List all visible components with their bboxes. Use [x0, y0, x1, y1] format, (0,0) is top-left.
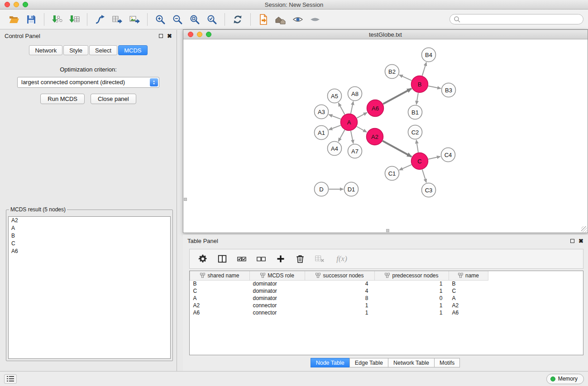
- select-all-columns-button[interactable]: [236, 252, 248, 266]
- table-cell[interactable]: B: [190, 280, 250, 287]
- network-node[interactable]: A: [341, 114, 358, 131]
- network-node[interactable]: A4: [328, 142, 342, 156]
- close-panel-button[interactable]: Close panel: [91, 94, 136, 104]
- network-edge[interactable]: [382, 141, 411, 157]
- table-settings-button[interactable]: [197, 252, 209, 266]
- network-node[interactable]: A6: [367, 100, 384, 117]
- network-node[interactable]: C1: [385, 167, 399, 181]
- mcds-result-item[interactable]: A: [9, 224, 170, 232]
- table-cell[interactable]: A: [449, 295, 488, 302]
- table-cell[interactable]: C: [449, 287, 488, 295]
- table-row[interactable]: A2connector11A2: [190, 302, 583, 309]
- table-cell[interactable]: B: [449, 280, 488, 287]
- tab-motifs[interactable]: Motifs: [434, 358, 460, 367]
- table-cell[interactable]: dominator: [250, 287, 305, 295]
- network-edge[interactable]: [428, 86, 441, 89]
- tab-style[interactable]: Style: [63, 45, 88, 55]
- close-table-panel-icon[interactable]: ✖: [578, 239, 583, 243]
- import-network-button[interactable]: [48, 11, 66, 28]
- table-cell[interactable]: 1: [305, 302, 375, 309]
- table-cell[interactable]: 1: [375, 287, 449, 295]
- network-node[interactable]: B3: [442, 83, 456, 97]
- fit-content-button[interactable]: [272, 11, 289, 28]
- network-node[interactable]: D: [315, 182, 329, 196]
- network-edge[interactable]: [422, 170, 426, 183]
- tab-node-table[interactable]: Node Table: [311, 358, 350, 367]
- column-header-successor-nodes[interactable]: successor nodes: [305, 271, 375, 280]
- memory-button[interactable]: Memory: [546, 374, 584, 384]
- network-window-titlebar[interactable]: testGlobe.txt: [183, 30, 588, 39]
- task-history-button[interactable]: [4, 374, 17, 384]
- new-network-button[interactable]: [91, 11, 109, 28]
- network-edge[interactable]: [422, 62, 426, 76]
- network-edge[interactable]: [357, 127, 367, 133]
- refresh-button[interactable]: [229, 11, 246, 28]
- table-row[interactable]: A6connector11A6: [190, 309, 583, 316]
- tab-select[interactable]: Select: [89, 45, 117, 55]
- float-table-panel-icon[interactable]: [570, 239, 574, 243]
- table-cell[interactable]: A2: [190, 302, 250, 309]
- table-cell[interactable]: 1: [305, 309, 375, 316]
- show-graphics-details-button[interactable]: [289, 11, 306, 28]
- table-cell[interactable]: 1: [375, 309, 449, 316]
- network-node[interactable]: A1: [315, 126, 329, 140]
- network-node[interactable]: C3: [422, 183, 436, 197]
- mcds-result-item[interactable]: A6: [9, 248, 170, 255]
- table-cell[interactable]: connector: [250, 309, 305, 316]
- export-table-button[interactable]: [109, 11, 126, 28]
- column-header-name[interactable]: name: [449, 271, 488, 280]
- run-mcds-button[interactable]: Run MCDS: [40, 94, 85, 104]
- network-edge[interactable]: [329, 114, 340, 119]
- table-cell[interactable]: 8: [305, 295, 375, 302]
- function-builder-button[interactable]: f(x): [333, 252, 350, 266]
- table-row[interactable]: Adominator80A: [190, 295, 583, 302]
- network-node[interactable]: B1: [408, 105, 422, 119]
- delete-column-button[interactable]: [294, 252, 306, 266]
- network-edge[interactable]: [357, 113, 367, 118]
- tab-network[interactable]: Network: [29, 45, 62, 55]
- table-cell[interactable]: 1: [375, 280, 449, 287]
- table-row[interactable]: Bdominator41B: [190, 280, 583, 287]
- network-edge[interactable]: [339, 130, 345, 142]
- export-image-button[interactable]: [126, 11, 143, 28]
- float-panel-icon[interactable]: [159, 34, 163, 38]
- birds-eye-view-button[interactable]: [306, 11, 324, 28]
- column-header-predecessor-nodes[interactable]: predecessor nodes: [375, 271, 449, 280]
- table-cell[interactable]: A2: [449, 302, 488, 309]
- table-cell[interactable]: connector: [250, 302, 305, 309]
- network-node[interactable]: A5: [328, 89, 342, 103]
- network-node[interactable]: A7: [348, 144, 362, 158]
- network-canvas[interactable]: B4B2BB3A5A8A6A3B1AA1C2A2A4A7C4CC1C3DD1: [183, 39, 588, 233]
- table-cell[interactable]: A6: [449, 309, 488, 316]
- network-node[interactable]: A8: [348, 87, 362, 101]
- network-edge[interactable]: [339, 103, 345, 114]
- tab-network-table[interactable]: Network Table: [388, 358, 435, 367]
- open-file-button[interactable]: [5, 11, 23, 28]
- network-edge[interactable]: [416, 140, 418, 152]
- zoom-out-button[interactable]: [169, 11, 186, 28]
- show-columns-button[interactable]: [216, 252, 228, 266]
- table-cell[interactable]: 4: [305, 280, 375, 287]
- network-edge[interactable]: [383, 89, 411, 104]
- network-node[interactable]: C2: [408, 125, 422, 139]
- table-cell[interactable]: 0: [375, 295, 449, 302]
- network-node[interactable]: B: [411, 76, 428, 93]
- network-edge[interactable]: [399, 75, 411, 81]
- close-panel-icon[interactable]: ✖: [167, 34, 172, 38]
- import-table-button[interactable]: [66, 11, 83, 28]
- zoom-fit-button[interactable]: [186, 11, 203, 28]
- tab-mcds[interactable]: MCDS: [118, 45, 147, 55]
- table-cell[interactable]: C: [190, 287, 250, 295]
- table-cell[interactable]: 4: [305, 287, 375, 295]
- save-session-button[interactable]: [23, 11, 40, 28]
- mcds-result-list[interactable]: A2ABCA6: [8, 216, 171, 359]
- table-cell[interactable]: dominator: [250, 280, 305, 287]
- network-node[interactable]: B4: [422, 48, 436, 62]
- scrollbar-thumb[interactable]: [184, 198, 187, 201]
- network-node[interactable]: D1: [344, 182, 359, 196]
- add-column-button[interactable]: [275, 252, 287, 266]
- zoom-selected-button[interactable]: [203, 11, 220, 28]
- mcds-result-item[interactable]: A2: [9, 217, 170, 224]
- network-edge[interactable]: [428, 157, 440, 159]
- scrollbar-thumb[interactable]: [386, 229, 389, 232]
